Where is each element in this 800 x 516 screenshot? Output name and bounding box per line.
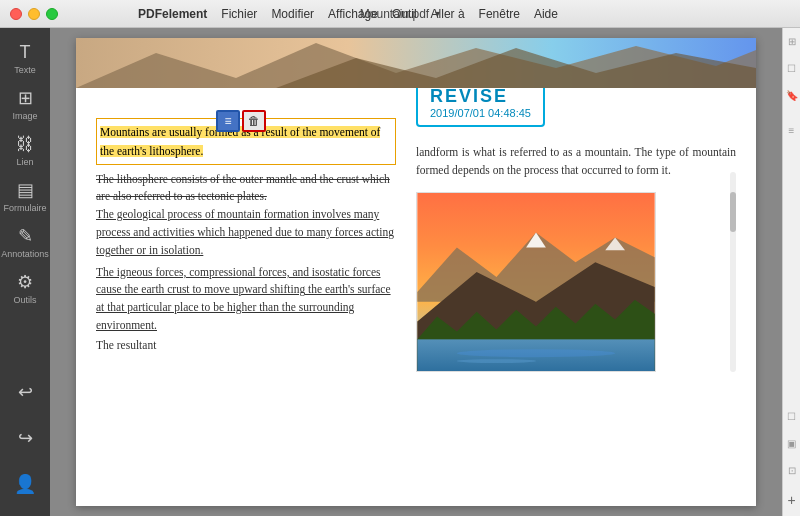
menu-modifier[interactable]: Modifier xyxy=(271,7,314,21)
right-text: landform is what is referred to as a mou… xyxy=(416,143,736,180)
sidebar-label-lien: Lien xyxy=(16,157,33,167)
panel-icon-2[interactable]: ☐ xyxy=(787,63,796,74)
left-column: ≡ 🗑 Mountains are usually formed as a re… xyxy=(96,58,396,486)
mountain-photo xyxy=(416,192,656,372)
sidebar-label-formulaire: Formulaire xyxy=(3,203,46,213)
title-center: Mountain.pdf ▾ xyxy=(360,7,440,21)
right-column: RÉVISÉ 2019/07/01 04:48:45 landform is w… xyxy=(416,58,736,486)
sidebar-item-texte[interactable]: T Texte xyxy=(3,36,47,80)
user-icon: 👤 xyxy=(14,473,36,495)
toolbar-edit-button[interactable]: ≡ xyxy=(216,110,240,132)
toolbar-delete-button[interactable]: 🗑 xyxy=(242,110,266,132)
delete-icon: 🗑 xyxy=(248,114,260,128)
tools-icon: ⚙ xyxy=(17,271,33,293)
mountain-photo-svg xyxy=(417,193,655,371)
sidebar-item-annotations[interactable]: ✎ Annotations xyxy=(3,220,47,264)
sidebar-label-texte: Texte xyxy=(14,65,36,75)
panel-icon-4[interactable]: ≡ xyxy=(789,125,795,136)
revised-date: 2019/07/01 04:48:45 xyxy=(430,107,531,119)
menu-aide[interactable]: Aide xyxy=(534,7,558,21)
normal-text: The resultant xyxy=(96,339,156,351)
sidebar-label-outils: Outils xyxy=(13,295,36,305)
pdf-page: ≡ 🗑 Mountains are usually formed as a re… xyxy=(76,38,756,506)
svg-point-10 xyxy=(457,349,615,357)
sidebar-item-formulaire[interactable]: ▤ Formulaire xyxy=(3,174,47,218)
sidebar-undo[interactable]: ↩ xyxy=(3,370,47,414)
app-name-menu[interactable]: PDFelement xyxy=(138,7,207,21)
tab-title: Mountain.pdf xyxy=(360,7,429,21)
pdf-area: ≡ 🗑 Mountains are usually formed as a re… xyxy=(50,28,782,516)
annotations-icon: ✎ xyxy=(18,225,33,247)
right-panel: ⊞ ☐ 🔖 ≡ ☐ ▣ ⊡ + xyxy=(782,28,800,516)
scrollbar-thumb[interactable] xyxy=(730,192,736,232)
panel-icon-5[interactable]: ☐ xyxy=(787,411,796,422)
sidebar-redo[interactable]: ↪ xyxy=(3,416,47,460)
image-icon: ⊞ xyxy=(18,87,33,109)
link-icon: ⛓ xyxy=(16,134,34,155)
undo-icon: ↩ xyxy=(18,381,33,403)
underline-text-2: The igneous forces, compressional forces… xyxy=(96,264,396,335)
window-controls xyxy=(10,8,58,20)
float-toolbar: ≡ 🗑 xyxy=(216,110,266,132)
form-icon: ▤ xyxy=(17,179,34,201)
sidebar-label-annotations: Annotations xyxy=(1,249,49,259)
panel-icon-3[interactable]: 🔖 xyxy=(786,90,798,101)
sidebar: T Texte ⊞ Image ⛓ Lien ▤ Formulaire ✎ An… xyxy=(0,28,50,516)
svg-point-11 xyxy=(457,359,536,363)
scrollbar[interactable] xyxy=(730,172,736,372)
panel-icon-7[interactable]: ⊡ xyxy=(788,465,796,476)
menu-bar: PDFelement Fichier Modifier Affichage Ou… xyxy=(138,7,558,21)
sidebar-bottom: ↩ ↪ 👤 xyxy=(3,370,47,516)
menu-fichier[interactable]: Fichier xyxy=(221,7,257,21)
edit-icon: ≡ xyxy=(224,114,231,128)
maximize-button[interactable] xyxy=(46,8,58,20)
sidebar-label-image: Image xyxy=(12,111,37,121)
panel-icon-6[interactable]: ▣ xyxy=(787,438,796,449)
menu-fenetre[interactable]: Fenêtre xyxy=(479,7,520,21)
text-icon: T xyxy=(20,42,31,63)
revised-title: RÉVISÉ xyxy=(430,86,531,107)
sidebar-item-outils[interactable]: ⚙ Outils xyxy=(3,266,47,310)
tab-dropdown-icon[interactable]: ▾ xyxy=(435,8,440,19)
sidebar-item-image[interactable]: ⊞ Image xyxy=(3,82,47,126)
close-button[interactable] xyxy=(10,8,22,20)
underline-text-1: The geological process of mountain forma… xyxy=(96,206,396,259)
redo-icon: ↪ xyxy=(18,427,33,449)
panel-icon-1[interactable]: ⊞ xyxy=(788,36,796,47)
titlebar: PDFelement Fichier Modifier Affichage Ou… xyxy=(0,0,800,28)
minimize-button[interactable] xyxy=(28,8,40,20)
panel-icon-plus[interactable]: + xyxy=(787,492,795,508)
sidebar-user[interactable]: 👤 xyxy=(3,462,47,506)
strikethrough-text: The lithosphere consists of the outer ma… xyxy=(96,171,396,207)
sidebar-item-lien[interactable]: ⛓ Lien xyxy=(3,128,47,172)
main-layout: T Texte ⊞ Image ⛓ Lien ▤ Formulaire ✎ An… xyxy=(0,28,800,516)
